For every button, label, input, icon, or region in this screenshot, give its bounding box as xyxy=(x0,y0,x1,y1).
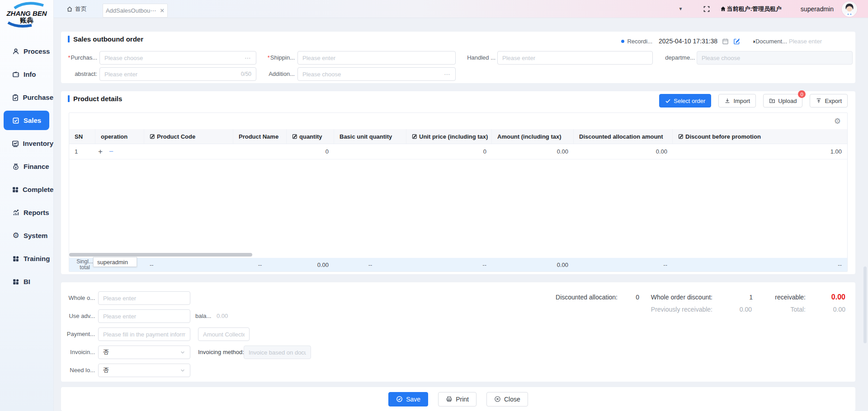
chevron-down-icon[interactable]: ▼ xyxy=(679,6,683,11)
column-header-quantity[interactable]: quantity xyxy=(287,129,334,144)
edit-icon[interactable] xyxy=(733,38,740,45)
user-icon xyxy=(12,47,20,56)
product-details-card: Product details Select order Import Uplo… xyxy=(61,91,855,274)
sidebar-item-bi[interactable]: BI xyxy=(0,270,53,293)
tenant-switcher[interactable]: 当前租户:管理员租户 xyxy=(720,5,782,13)
need-logistics-select[interactable]: 否 xyxy=(98,364,190,377)
required-mark: * xyxy=(268,54,270,61)
folder-upload-icon xyxy=(769,98,775,104)
sidebar-item-label: Process xyxy=(24,47,50,55)
horizontal-scrollbar-thumb[interactable] xyxy=(69,253,252,257)
sidebar-item-inventory[interactable]: Inventory xyxy=(0,132,53,155)
export-button[interactable]: Export xyxy=(810,94,848,107)
payment-input[interactable] xyxy=(98,327,190,341)
add-row-button[interactable]: + xyxy=(98,148,103,155)
grid-icon xyxy=(12,278,20,286)
sidebar: ZHANG BEN 账犇 Process Info Purchase Sale xyxy=(0,0,54,411)
product-details-title: Product details xyxy=(73,95,122,103)
total-discount-before-promotion: -- xyxy=(673,258,847,271)
receivable-value: 0.00 xyxy=(800,290,845,304)
document-number-icon: ◑ xyxy=(752,38,755,45)
print-button[interactable]: Print xyxy=(438,392,476,406)
sidebar-item-reports[interactable]: Reports xyxy=(0,201,53,224)
additional-input[interactable]: ⋯ xyxy=(297,67,456,81)
cell-basic-unit-quantity xyxy=(334,144,406,159)
cell-discount-before-promotion[interactable]: 1.00 xyxy=(673,144,847,159)
home-icon xyxy=(66,6,73,12)
inline-editor-popup[interactable]: superadmin xyxy=(93,257,137,267)
check-circle-icon xyxy=(396,396,403,402)
column-header-operation[interactable]: operation xyxy=(95,129,144,144)
column-header-discounted-allocation[interactable]: Discounted allocation amount xyxy=(574,129,673,144)
remove-row-button[interactable]: − xyxy=(109,148,113,155)
avatar[interactable] xyxy=(842,1,857,17)
calendar-icon[interactable] xyxy=(722,38,729,45)
column-header-amount[interactable]: Amount (including tax) xyxy=(492,129,574,144)
ellipsis-icon[interactable]: ⋯ xyxy=(444,70,451,78)
sidebar-item-finance[interactable]: Finance xyxy=(0,155,53,178)
previously-receivable-label: Previously receivable: xyxy=(622,303,712,316)
sidebar-item-purchase[interactable]: Purchase xyxy=(0,86,53,109)
shipping-input-field[interactable] xyxy=(302,55,451,61)
tab-home[interactable]: 首页 xyxy=(66,5,87,13)
column-header-product-code[interactable]: Product Code xyxy=(144,129,233,144)
column-header-discount-before-promotion[interactable]: Discount before promotion xyxy=(673,129,847,144)
amount-collected-input-field[interactable] xyxy=(203,331,245,338)
sidebar-item-system[interactable]: ⚙ System xyxy=(0,224,53,247)
username[interactable]: superadmin xyxy=(801,5,834,13)
ellipsis-icon[interactable]: ⋯ xyxy=(245,54,251,61)
close-button[interactable]: Close xyxy=(486,392,528,406)
upload-button[interactable]: Upload 0 xyxy=(763,94,802,107)
table-header-row: SN operation Product Code Product Name q… xyxy=(69,129,847,144)
payment-input-field[interactable] xyxy=(103,331,185,338)
whole-order-input-field[interactable] xyxy=(103,295,185,302)
column-header-product-name[interactable]: Product Name xyxy=(233,129,287,144)
vertical-scrollbar-thumb[interactable] xyxy=(863,266,867,343)
editable-column-icon xyxy=(292,134,297,139)
chevron-down-icon xyxy=(180,350,185,355)
amount-collected-input[interactable] xyxy=(198,327,250,341)
sidebar-item-sales[interactable]: Sales xyxy=(0,109,53,132)
sidebar-item-process[interactable]: Process xyxy=(0,40,53,63)
cell-unit-price[interactable]: 0 xyxy=(406,144,492,159)
import-button[interactable]: Import xyxy=(718,94,756,107)
use-advance-input-field[interactable] xyxy=(103,313,185,320)
purchase-input[interactable]: ⋯ xyxy=(99,51,256,65)
abstract-input-field[interactable] xyxy=(104,71,241,78)
topbar-right: ▼ 当前租户:管理员租户 superadmin xyxy=(679,1,868,17)
inline-editor-value: superadmin xyxy=(97,259,128,266)
purchase-input-field[interactable] xyxy=(104,55,245,61)
document-number-input[interactable] xyxy=(789,38,836,45)
use-advance-input[interactable] xyxy=(98,309,190,323)
additional-input-field[interactable] xyxy=(302,71,444,78)
cell-product-code[interactable] xyxy=(144,144,233,159)
total-product-name: -- xyxy=(233,258,287,271)
tab-add-sales-outbound[interactable]: AddSalesOutbou⋯ ✕ xyxy=(103,4,168,18)
save-button[interactable]: Save xyxy=(388,392,428,406)
table-settings-gear-icon[interactable]: ⚙ xyxy=(834,117,841,125)
column-header-basic-unit-quantity[interactable]: Basic unit quantity xyxy=(334,129,406,144)
shipping-input[interactable] xyxy=(297,51,456,65)
receivable-label: receivable: xyxy=(715,290,806,304)
tab-close-icon[interactable]: ✕ xyxy=(160,7,165,14)
select-order-button[interactable]: Select order xyxy=(659,94,711,107)
editable-column-icon xyxy=(412,134,417,139)
sales-outbound-order-card: Sales outbound order Recordi... 2025-04-… xyxy=(61,32,855,83)
sidebar-item-complete[interactable]: Complete xyxy=(0,178,53,201)
invoicing-select[interactable]: 否 xyxy=(98,346,190,359)
column-header-unit-price[interactable]: Unit price (including tax) xyxy=(406,129,492,144)
export-icon xyxy=(816,98,822,104)
cell-sn: 1 xyxy=(69,144,95,159)
fullscreen-icon[interactable] xyxy=(703,5,710,13)
sidebar-item-info[interactable]: Info xyxy=(0,63,53,86)
column-header-sn[interactable]: SN xyxy=(69,129,95,144)
abstract-input[interactable]: 0/50 xyxy=(99,67,256,81)
handled-input-field[interactable] xyxy=(502,55,648,61)
whole-order-label: Whole o... xyxy=(61,291,95,305)
cell-amount: 0.00 xyxy=(492,144,574,159)
sidebar-item-training[interactable]: Training xyxy=(0,247,53,270)
whole-order-input[interactable] xyxy=(98,291,190,305)
handled-input[interactable] xyxy=(497,51,653,65)
cell-quantity[interactable]: 0 xyxy=(287,144,334,159)
grid-icon xyxy=(12,186,19,194)
